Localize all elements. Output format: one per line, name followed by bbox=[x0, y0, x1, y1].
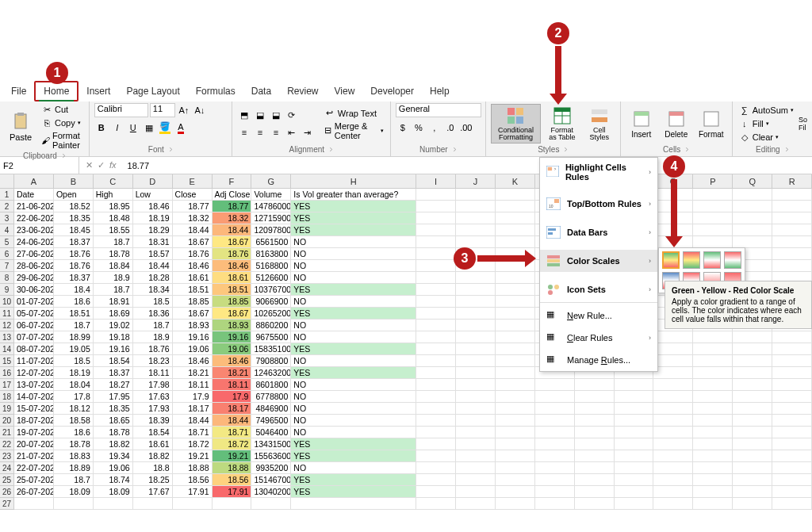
cell[interactable] bbox=[693, 355, 733, 367]
cell[interactable]: 18.76 bbox=[54, 248, 94, 260]
cell[interactable] bbox=[693, 415, 733, 427]
cell[interactable]: 19.05 bbox=[54, 343, 94, 355]
cell[interactable]: 18.21 bbox=[173, 367, 213, 379]
cell[interactable] bbox=[733, 224, 772, 236]
cell[interactable] bbox=[733, 462, 772, 474]
cell[interactable] bbox=[496, 236, 535, 248]
header-cell[interactable]: Volume bbox=[251, 189, 291, 201]
cell[interactable] bbox=[733, 474, 772, 486]
increase-decimal-icon[interactable]: .0 bbox=[443, 121, 458, 135]
cell[interactable] bbox=[496, 224, 535, 236]
row-header[interactable]: 26 bbox=[0, 486, 14, 498]
cell[interactable] bbox=[575, 403, 615, 415]
cell[interactable] bbox=[653, 438, 693, 450]
cell[interactable]: 18.56 bbox=[173, 474, 213, 486]
cell[interactable] bbox=[54, 498, 94, 510]
cell[interactable]: 18.09 bbox=[54, 486, 94, 498]
cf-manage-rules[interactable]: ▦Manage Rules... bbox=[540, 349, 657, 371]
cell[interactable] bbox=[496, 462, 535, 474]
cf-clear-rules[interactable]: ▦Clear Rules› bbox=[540, 327, 657, 349]
header-cell[interactable]: High bbox=[94, 189, 133, 201]
fx-icon[interactable]: fx bbox=[109, 160, 117, 170]
cell[interactable] bbox=[653, 331, 693, 343]
cell[interactable]: 18.78 bbox=[94, 248, 133, 260]
cell[interactable] bbox=[733, 450, 772, 462]
cell[interactable] bbox=[456, 320, 496, 331]
scale-green-yellow-red[interactable] bbox=[662, 251, 680, 269]
cell[interactable]: 18.72 bbox=[173, 438, 213, 450]
cf-highlight-cells[interactable]: > Highlight Cells Rules› bbox=[540, 158, 657, 186]
row-header[interactable]: 1 bbox=[0, 189, 14, 201]
row-header[interactable]: 23 bbox=[0, 450, 14, 462]
cell[interactable]: 18.88 bbox=[173, 462, 213, 474]
cell[interactable]: 22-06-2022 bbox=[14, 212, 54, 224]
cell[interactable] bbox=[733, 189, 772, 201]
cell[interactable]: 18.6 bbox=[54, 427, 94, 438]
sort-filter-stub[interactable]: SoFil bbox=[799, 116, 807, 132]
row-header[interactable]: 18 bbox=[0, 391, 14, 403]
cut-button[interactable]: ✂Cut bbox=[40, 103, 84, 116]
cell[interactable] bbox=[772, 438, 812, 450]
cell[interactable] bbox=[693, 224, 733, 236]
cell[interactable] bbox=[456, 438, 496, 450]
cell[interactable] bbox=[456, 450, 496, 462]
cell[interactable] bbox=[456, 331, 496, 343]
cell[interactable]: 18.83 bbox=[54, 450, 94, 462]
cell[interactable] bbox=[693, 450, 733, 462]
cell[interactable]: 17.63 bbox=[133, 391, 173, 403]
cell[interactable] bbox=[733, 236, 772, 248]
cell[interactable] bbox=[653, 403, 693, 415]
cell[interactable] bbox=[772, 427, 812, 438]
cell[interactable] bbox=[416, 331, 456, 343]
align-middle-icon[interactable]: ⬓ bbox=[253, 108, 267, 122]
cell[interactable] bbox=[416, 474, 456, 486]
cell[interactable] bbox=[575, 474, 615, 486]
row-header[interactable]: 2 bbox=[0, 201, 14, 212]
cell[interactable]: YES bbox=[291, 450, 416, 462]
cell[interactable] bbox=[535, 486, 575, 498]
cell[interactable] bbox=[772, 236, 812, 248]
cell[interactable] bbox=[456, 427, 496, 438]
cell[interactable]: 18.91 bbox=[94, 296, 133, 308]
cell[interactable] bbox=[456, 308, 496, 320]
cell[interactable] bbox=[416, 355, 456, 367]
cell[interactable]: 18.44 bbox=[173, 224, 213, 236]
cell[interactable]: 18.46 bbox=[213, 355, 252, 367]
cell[interactable] bbox=[733, 343, 772, 355]
cell[interactable] bbox=[772, 212, 812, 224]
cell[interactable] bbox=[733, 331, 772, 343]
cell[interactable]: 18.31 bbox=[133, 236, 173, 248]
cell[interactable] bbox=[772, 486, 812, 498]
cell[interactable] bbox=[416, 248, 456, 260]
cell[interactable] bbox=[133, 498, 173, 510]
cell[interactable] bbox=[496, 284, 535, 296]
cell[interactable] bbox=[733, 379, 772, 391]
cell[interactable] bbox=[772, 367, 812, 379]
cell[interactable]: NO bbox=[291, 331, 416, 343]
cell[interactable]: YES bbox=[291, 367, 416, 379]
col-header-Q[interactable]: Q bbox=[733, 174, 772, 189]
cell[interactable] bbox=[456, 224, 496, 236]
col-header-G[interactable]: G bbox=[251, 174, 291, 189]
select-all-corner[interactable] bbox=[0, 174, 14, 189]
cell[interactable]: 24-06-2022 bbox=[14, 236, 54, 248]
cell[interactable]: 18.45 bbox=[54, 224, 94, 236]
cell[interactable] bbox=[535, 427, 575, 438]
cell[interactable] bbox=[615, 415, 654, 427]
cell[interactable]: 18.52 bbox=[54, 201, 94, 212]
cell[interactable]: 19.02 bbox=[94, 320, 133, 331]
cell[interactable]: 18.5 bbox=[133, 296, 173, 308]
border-button[interactable]: ▦ bbox=[142, 121, 156, 135]
format-as-table-button[interactable]: Format as Table bbox=[544, 105, 580, 143]
cell[interactable] bbox=[496, 272, 535, 284]
cell[interactable]: 18.37 bbox=[94, 367, 133, 379]
cell[interactable]: 19.06 bbox=[173, 343, 213, 355]
cell[interactable] bbox=[456, 212, 496, 224]
cf-icon-sets[interactable]: Icon Sets› bbox=[540, 278, 657, 300]
cell[interactable] bbox=[772, 391, 812, 403]
cell[interactable]: 5126600 bbox=[251, 272, 291, 284]
cell[interactable] bbox=[496, 320, 535, 331]
cell[interactable]: NO bbox=[291, 248, 416, 260]
cell[interactable]: 17.8 bbox=[54, 391, 94, 403]
row-header[interactable]: 7 bbox=[0, 260, 14, 272]
